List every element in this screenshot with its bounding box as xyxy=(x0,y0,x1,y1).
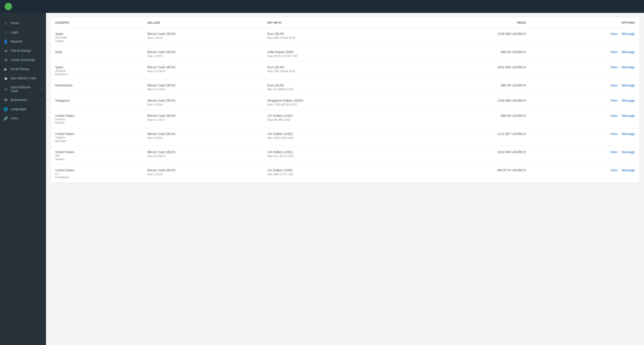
message-link[interactable]: Message xyxy=(622,32,635,36)
sidebar-item-languages[interactable]: 🌐 Languages ▾ xyxy=(0,104,46,114)
pay-with-cell: US Dollars (USD)Max 96.658 USD xyxy=(263,110,408,128)
country-name: United States xyxy=(55,150,138,154)
country-detail: WA xyxy=(55,154,138,157)
currency-name: Singapore Dollars (SGD) xyxy=(268,99,403,102)
view-link[interactable]: View xyxy=(610,50,617,54)
selling-name: Bitcoin Cash (BCH) xyxy=(148,114,258,118)
message-link[interactable]: Message xyxy=(622,50,635,54)
pay-with-cell: US Dollars (USD)Max 811.9272 USD xyxy=(263,146,408,165)
selling-max: Max 1 BCH xyxy=(148,54,258,58)
selling-cell: Bitcoin Cash (BCH)Max 0.8 BCH xyxy=(143,146,263,165)
currency-name: Euro (EUR) xyxy=(268,65,403,69)
price-cell: 1014.909 USD/BCH xyxy=(408,62,530,80)
currency-max: Max 65219.01787 INR xyxy=(268,54,403,58)
view-link[interactable]: View xyxy=(610,65,617,69)
sidebar-item-crypto-exchange[interactable]: ⇄ Crypto Exchange xyxy=(0,55,46,64)
selling-cell: Bitcoin Cash (BCH)Max 0.1 BCH xyxy=(143,80,263,95)
country-detail: Alicante xyxy=(55,69,138,72)
sidebar-item-fiat-exchange[interactable]: ⇄ Fiat Exchange xyxy=(0,46,46,55)
app-header xyxy=(0,0,644,13)
view-link[interactable]: View xyxy=(610,114,617,118)
message-link[interactable]: Message xyxy=(622,168,635,172)
sidebar-item-label: Links xyxy=(10,116,18,120)
selling-name: Bitcoin Cash (BCH) xyxy=(148,50,258,54)
action-separator: | xyxy=(618,150,621,154)
main-content: COUNTRYSELLINGPAY WITHPRICEOPTIONS Spain… xyxy=(46,13,644,345)
message-link[interactable]: Message xyxy=(622,65,635,69)
currency-max: Max 5557.835 USD xyxy=(268,136,403,140)
table-row: United StatesWASeatacBitcoin Cash (BCH)M… xyxy=(50,146,640,165)
view-link[interactable]: View xyxy=(610,168,617,172)
currency-max: Max 82.89361 EUR xyxy=(268,88,403,91)
currency-name: US Dollars (USD) xyxy=(268,150,403,154)
sidebar-item-earn-bitcoin-cash[interactable]: ◼ Earn Bitcoin Cash ▾ xyxy=(0,74,46,83)
view-link[interactable]: View xyxy=(610,99,617,102)
pay-with-cell: Euro (EUR)Max 82.89361 EUR xyxy=(263,80,408,95)
country-detail: Granada xyxy=(55,36,138,39)
sidebar-item-businesses[interactable]: 🛍 Businesses ▾ xyxy=(0,95,46,104)
country-cell: United StatesVirginiaMcLean xyxy=(50,128,143,146)
country-cell: Netherlands xyxy=(50,80,143,95)
currency-name: Euro (EUR) xyxy=(268,32,403,36)
options-cell: View | Message xyxy=(530,146,640,165)
sidebar-item-label: Fiat Exchange xyxy=(10,49,31,52)
sidebar-item-register[interactable]: 👤 Register xyxy=(0,37,46,46)
businesses-icon: 🛍 xyxy=(4,98,8,102)
home-icon: ⌂ xyxy=(4,21,8,25)
selling-name: Bitcoin Cash (BCH) xyxy=(148,65,258,69)
country-cell: SpainGranadaOrgiva xyxy=(50,28,143,46)
message-link[interactable]: Message xyxy=(622,84,635,87)
country-detail: Orgiva xyxy=(55,39,138,42)
sidebar-item-email-money[interactable]: ▶ Email Money xyxy=(0,64,46,74)
action-separator: | xyxy=(618,99,621,102)
message-link[interactable]: Message xyxy=(622,150,635,154)
register-icon: 👤 xyxy=(4,39,8,44)
currency-max: Max 96.658 USD xyxy=(268,118,403,122)
price-cell: 1111.567 USD/BCH xyxy=(408,128,530,146)
sidebar-item-spend-bitcoin-cash[interactable]: ▭ Spend Bitcoin Cash ▾ xyxy=(0,83,46,95)
price-cell: 966.58 USD/BCH xyxy=(408,46,530,62)
price-cell: 1159.896 USD/BCH xyxy=(408,28,530,46)
message-link[interactable]: Message xyxy=(622,99,635,102)
sidebar-item-links[interactable]: 🔗 Links ▾ xyxy=(0,114,46,123)
country-name: United States xyxy=(55,168,138,172)
arrow-icon: ▾ xyxy=(41,117,42,120)
selling-name: Bitcoin Cash (BCH) xyxy=(148,132,258,136)
message-link[interactable]: Message xyxy=(622,132,635,136)
arrow-icon: ▾ xyxy=(41,77,42,80)
col-header-options: OPTIONS xyxy=(530,18,640,28)
view-link[interactable]: View xyxy=(610,84,617,87)
selling-cell: Bitcoin Cash (BCH)Max 1 BCH xyxy=(143,165,263,183)
country-name: Spain xyxy=(55,32,138,36)
currency-name: US Dollars (USD) xyxy=(268,132,403,136)
table-row: SingaporeBitcoin Cash (BCH)Max 5 BCHSing… xyxy=(50,95,640,110)
sidebar-item-home[interactable]: ⌂ Home xyxy=(0,18,46,28)
selling-name: Bitcoin Cash (BCH) xyxy=(148,32,258,36)
table-row: NetherlandsBitcoin Cash (BCH)Max 0.1 BCH… xyxy=(50,80,640,95)
table-row: SpainGranadaOrgivaBitcoin Cash (BCH)Max … xyxy=(50,28,640,46)
view-link[interactable]: View xyxy=(610,132,617,136)
country-detail: Benidorm xyxy=(55,72,138,76)
currency-max: Max 811.9272 USD xyxy=(268,154,403,158)
selling-cell: Bitcoin Cash (BCH)Max 5 BCH xyxy=(143,128,263,146)
country-detail: McLean xyxy=(55,139,138,142)
currency-max: Max 7763.06794 SGD xyxy=(268,103,403,106)
pay-with-cell: Euro (EUR)Max 435.19146 EUR xyxy=(263,62,408,80)
selling-max: Max 1 BCH xyxy=(148,36,258,40)
selling-max: Max 5 BCH xyxy=(148,103,258,106)
action-separator: | xyxy=(618,32,621,36)
selling-max: Max 0.8 BCH xyxy=(148,154,258,158)
options-cell: View | Message xyxy=(530,80,640,95)
country-detail: Pasadena xyxy=(55,176,138,179)
sidebar-item-label: Earn Bitcoin Cash xyxy=(10,76,36,80)
message-link[interactable]: Message xyxy=(622,114,635,118)
sidebar-item-login[interactable]: ○ Login xyxy=(0,28,46,37)
selling-max: Max 5 BCH xyxy=(148,136,258,140)
view-link[interactable]: View xyxy=(610,150,617,154)
view-link[interactable]: View xyxy=(610,32,617,36)
country-cell: SpainAlicanteBenidorm xyxy=(50,62,143,80)
action-separator: | xyxy=(618,114,621,118)
selling-max: Max 0.1 BCH xyxy=(148,118,258,122)
sidebar-item-label: Login xyxy=(10,30,18,34)
table-row: United StatesCAPasadenaBitcoin Cash (BCH… xyxy=(50,165,640,183)
